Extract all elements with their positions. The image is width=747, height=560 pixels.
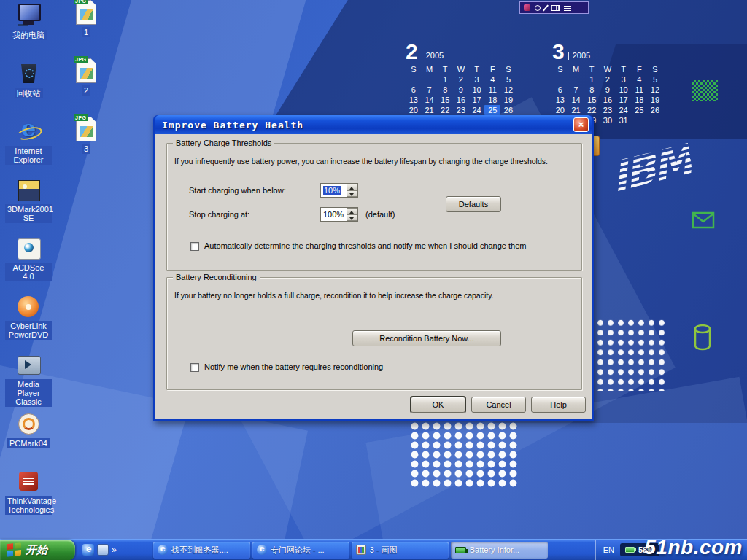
ok-button[interactable]: OK — [411, 397, 465, 413]
start-charging-value[interactable]: 10% — [321, 184, 347, 197]
calendar-year: 2005 — [568, 52, 590, 60]
recondition-battery-button[interactable]: Recondition Battery Now... — [352, 330, 501, 346]
calendar-date: 7 — [568, 85, 584, 95]
calendar-day-header: M — [568, 64, 584, 74]
desktop-file-column: JPG 1 JPG 2 JPG 3 — [67, 0, 105, 175]
jpg-file-icon[interactable]: JPG 1 — [67, 0, 105, 58]
spinner-down-icon[interactable] — [347, 190, 357, 197]
notify-reconditioning-checkbox[interactable] — [190, 363, 199, 372]
jpg-file-icon[interactable]: JPG 3 — [67, 117, 105, 175]
calendar-date: 5 — [647, 74, 663, 85]
stop-charging-value[interactable]: 100% — [321, 208, 347, 221]
jpg-badge: JPG — [74, 56, 88, 63]
desktop-icon[interactable]: CyberLink PowerDVD — [4, 295, 53, 353]
spinner-up-icon[interactable] — [347, 184, 357, 190]
calendar-month-number: 2 — [406, 42, 418, 61]
language-indicator[interactable]: EN — [603, 545, 614, 554]
task-icon — [455, 547, 466, 553]
calendar-date: 22 — [437, 105, 453, 115]
close-icon: × — [578, 119, 584, 130]
start-charging-label: Start charging when below: — [189, 186, 286, 195]
calendar-date: 21 — [568, 105, 584, 115]
ime-menu-icon[interactable] — [564, 5, 571, 11]
close-button[interactable]: × — [573, 117, 589, 132]
task-label: Battery Infor... — [470, 545, 519, 554]
desktop-icon[interactable]: Media Player Classic — [4, 353, 53, 411]
calendar-date: 4 — [631, 74, 647, 85]
desktop-icon[interactable]: ACDSee 4.0 — [4, 236, 53, 295]
calendar-month-number: 3 — [552, 42, 565, 61]
spinner-down-icon[interactable] — [347, 214, 357, 221]
calendar-date: 18 — [631, 95, 647, 105]
task-button[interactable]: 专门网论坛 - ... — [252, 542, 349, 559]
calendar-day-header: M — [422, 64, 438, 74]
defaults-button[interactable]: Defaults — [446, 196, 501, 212]
ibm-logo: IBM — [609, 135, 694, 201]
start-label: 开始 — [26, 543, 47, 557]
desktop-icon-image — [15, 470, 42, 494]
calendar-date: 30 — [600, 115, 616, 125]
desktop-icon-label: 3DMark2001 SE — [5, 204, 52, 223]
calendar-day-header: F — [484, 64, 500, 74]
stop-charging-label: Stop charging at: — [189, 210, 249, 219]
calendar-date — [647, 115, 663, 125]
help-button[interactable]: Help — [531, 397, 586, 413]
task-label: 找不到服务器.... — [171, 545, 228, 556]
calendar-date: 12 — [500, 85, 516, 95]
desktop-icon-image — [15, 236, 42, 261]
desktop-icon-label: ThinkVantage Technologies — [5, 496, 52, 515]
desktop-icon-label: 回收站 — [15, 88, 43, 98]
calendar-date: 23 — [600, 105, 616, 115]
calendar-date — [568, 74, 584, 85]
default-suffix: (default) — [365, 210, 395, 219]
envelope-icon — [692, 211, 715, 229]
calendar-date: 6 — [552, 85, 568, 95]
desktop-icon-column: 我的电脑 回收站 Internet Explorer 3DMark2001 SE… — [4, 3, 53, 528]
calendar-date: 3 — [469, 74, 485, 85]
desktop-icon[interactable]: 回收站 — [4, 61, 53, 120]
dialog-titlebar[interactable]: Improve Battery Health × — [155, 115, 592, 134]
quick-launch-show-desktop-icon[interactable] — [97, 544, 109, 556]
auto-thresholds-checkbox[interactable] — [190, 242, 199, 251]
windows-logo-icon — [7, 542, 21, 557]
watermark: 51nb.com — [644, 536, 743, 559]
calendar-date: 8 — [584, 85, 600, 95]
calendar-date: 10 — [469, 85, 485, 95]
calendar-day-header: F — [631, 64, 647, 74]
calendar-date: 14 — [422, 95, 438, 105]
calendar-date: 10 — [616, 85, 632, 95]
battery-icon — [625, 547, 635, 553]
desktop-icon[interactable]: 3DMark2001 SE — [4, 178, 53, 236]
cancel-button[interactable]: Cancel — [471, 397, 526, 413]
task-button[interactable]: Battery Infor... — [451, 542, 548, 559]
ime-pen-icon[interactable] — [543, 4, 549, 11]
calendar-date: 3 — [616, 74, 632, 85]
ime-lang-icon[interactable] — [524, 4, 530, 11]
ime-mode-icon[interactable] — [535, 5, 541, 11]
start-charging-spinner[interactable]: 10% — [320, 183, 358, 198]
desktop-icon[interactable]: Internet Explorer — [4, 120, 53, 178]
stop-charging-spinner[interactable]: 100% — [320, 207, 358, 222]
task-button[interactable]: 3 - 画图 — [352, 542, 449, 559]
ime-language-bar[interactable] — [519, 1, 589, 14]
task-button[interactable]: 找不到服务器.... — [153, 542, 250, 559]
desktop-icon[interactable]: 我的电脑 — [4, 3, 53, 61]
task-icon — [257, 545, 267, 555]
quick-launch-chevron-icon[interactable]: » — [112, 545, 117, 555]
quick-launch-ie-icon[interactable] — [82, 544, 94, 556]
group-title: Battery Reconditioning — [173, 273, 260, 282]
jpg-badge: JPG — [74, 0, 88, 4]
grid-pattern-icon — [692, 80, 718, 101]
calendar-date: 25 — [631, 105, 647, 115]
file-icon-label: 2 — [82, 85, 90, 96]
desktop-icon[interactable]: ThinkVantage Technologies — [4, 470, 53, 528]
calendar-date: 6 — [406, 85, 422, 95]
cylinder-icon — [693, 324, 712, 351]
start-button[interactable]: 开始 — [0, 540, 75, 560]
desktop-icon[interactable]: PCMark04 — [4, 411, 53, 470]
ime-keyboard-icon[interactable] — [551, 5, 560, 11]
calendar-header: 3 2005 — [552, 39, 665, 61]
jpg-file-icon[interactable]: JPG 2 — [67, 58, 105, 117]
file-icon-image: JPG — [76, 117, 96, 141]
spinner-up-icon[interactable] — [347, 208, 357, 214]
